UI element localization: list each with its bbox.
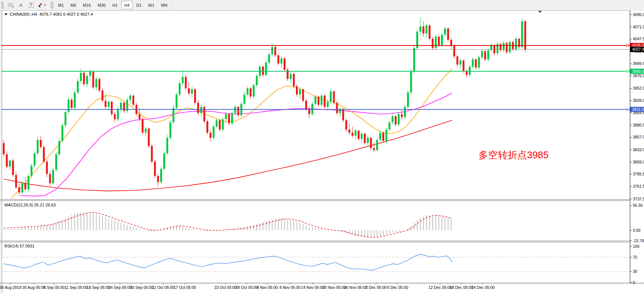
time-axis-label: 29 Oct 05:00	[236, 285, 258, 290]
chart-text-annotation[interactable]: 多空转折点3985	[479, 149, 549, 162]
time-axis-label: 2 Dec 05:00	[366, 285, 387, 290]
time-axis-label: 26 Aug 2019	[0, 285, 22, 290]
time-axis-label: 5 Sep 05:00	[44, 285, 65, 290]
svg-text:3976.0: 3976.0	[633, 74, 644, 78]
svg-text:0.00: 0.00	[633, 228, 641, 233]
time-axis-label: 12 Dec 05:00	[429, 285, 452, 290]
symbol-period-label: CHINA300-,H4	[10, 12, 37, 16]
ohlc-values: 4076.7 4081.6 4027.0 4027.4	[39, 12, 93, 16]
timeframe-button-M1[interactable]: M1	[55, 1, 67, 9]
macd-pane	[4, 212, 452, 238]
svg-text:3737.5: 3737.5	[633, 197, 644, 201]
time-axis-label: 8 Nov 05:00	[280, 285, 301, 290]
toolbar-grip[interactable]	[1, 1, 4, 9]
rsi-indicator-label: RSI(14) 57.0931	[4, 244, 35, 248]
time-axis-label: 24 Dec 05:00	[471, 285, 495, 290]
timeframe-button-MN[interactable]: MN	[158, 1, 170, 9]
level-line-handle	[626, 109, 628, 110]
svg-text:4095.0: 4095.0	[633, 12, 644, 17]
time-axis-label: 30 Aug 05:00	[22, 285, 45, 290]
svg-text:3928.0: 3928.0	[633, 98, 644, 103]
timeframe-button-D1[interactable]: D1	[133, 1, 145, 9]
svg-text:4027.4: 4027.4	[632, 47, 644, 52]
time-axis-label: 20 Nov 05:00	[323, 285, 346, 290]
text-tool-button[interactable]: T	[26, 1, 36, 10]
time-axis-label: 4 Nov 05:00	[257, 285, 278, 290]
time-axis-label: 24 Sep 05:00	[108, 285, 132, 290]
price-badge: 4027.4	[630, 47, 644, 52]
rsi-pane	[3, 254, 630, 272]
svg-text:3833.0: 3833.0	[633, 147, 644, 152]
time-axis-label: 26 Nov 05:00	[344, 285, 367, 290]
timeframe-button-group: M1M5M15M30H1H4D1W1MN	[55, 1, 171, 9]
toolbar-divider	[172, 1, 173, 9]
toolbar-grip-2[interactable]	[51, 1, 54, 9]
chart-toolbar: F A T ▾ M1M5M15M30H1H4D1W1MN	[0, 0, 644, 10]
timeframe-button-H1[interactable]: H1	[109, 1, 120, 9]
price-badge: 3911.0	[630, 107, 644, 112]
svg-text:56.36: 56.36	[633, 203, 643, 208]
text-label-icon: A	[19, 2, 23, 8]
svg-text:3985.0: 3985.0	[632, 69, 644, 74]
svg-text:3857.0: 3857.0	[633, 135, 644, 139]
timeframe-button-H4[interactable]: H4	[121, 1, 132, 9]
time-axis-label: 30 Sep 05:00	[130, 285, 154, 290]
fibonacci-icon: F	[8, 3, 13, 7]
timeframe-button-W1[interactable]: W1	[145, 1, 158, 9]
symbol-dropdown-icon[interactable]	[4, 13, 7, 15]
price-badge: 3985.0	[630, 69, 644, 74]
macd-indicator-label: MACD(12,26,9) 25.21 26.63	[4, 203, 56, 207]
arrow-styles-button[interactable]: ▾	[37, 1, 47, 10]
text-tool-icon: T	[29, 3, 34, 8]
time-axis[interactable]: 26 Aug 201930 Aug 05:005 Sep 05:0011 Sep…	[0, 283, 495, 290]
chevron-down-icon: ▾	[44, 3, 45, 7]
price-axis[interactable]: 4095.04071.04047.54023.53999.53976.03952…	[630, 10, 644, 285]
svg-text:4071.0: 4071.0	[633, 25, 644, 29]
trading-platform-window: F A T ▾ M1M5M15M30H1H4D1W1MN 4095.04071.…	[0, 0, 644, 293]
svg-text:100: 100	[633, 244, 640, 249]
time-axis-label: 14 Nov 05:00	[301, 285, 325, 290]
time-axis-label: 18 Sep 05:00	[87, 285, 110, 290]
svg-text:0: 0	[633, 280, 635, 285]
timeframe-button-M15[interactable]: M15	[80, 1, 94, 9]
fibonacci-tool-button[interactable]: F	[6, 1, 15, 10]
svg-text:70: 70	[633, 255, 637, 259]
time-axis-label: 18 Dec 05:00	[450, 285, 473, 290]
svg-text:-23.78: -23.78	[633, 239, 644, 243]
level-line-handle	[626, 71, 628, 72]
time-axis-label: 11 Sep 05:00	[64, 285, 88, 290]
candlesticks	[3, 17, 526, 196]
timeframe-button-M5[interactable]: M5	[67, 1, 79, 9]
svg-text:3999.5: 3999.5	[633, 61, 644, 66]
chart-shift-marker-icon[interactable]	[538, 11, 542, 13]
text-label-tool-button[interactable]: A	[16, 1, 26, 10]
level-line-handle	[626, 44, 628, 46]
svg-text:3911.0: 3911.0	[632, 107, 644, 112]
ma-lines	[4, 69, 452, 199]
time-axis-label: 11 Oct 05:00	[152, 285, 174, 290]
time-axis-label: 17 Oct 05:00	[174, 285, 196, 290]
time-axis-label: 6 Dec 05:00	[387, 285, 408, 290]
svg-text:3761.5: 3761.5	[633, 184, 644, 188]
svg-text:3809.0: 3809.0	[633, 160, 644, 164]
svg-text:30: 30	[633, 269, 637, 274]
time-axis-label: 23 Oct 05:00	[214, 285, 237, 290]
timeframe-button-M30[interactable]: M30	[95, 1, 108, 9]
chart-canvas[interactable]: 4095.04071.04047.54023.53999.53976.03952…	[0, 0, 644, 293]
svg-text:3880.5: 3880.5	[633, 123, 644, 127]
svg-text:3952.0: 3952.0	[633, 86, 644, 90]
svg-text:4047.5: 4047.5	[633, 37, 644, 41]
chart-title-bar[interactable]: CHINA300-,H4 4076.7 4081.6 4027.0 4027.4	[4, 12, 93, 16]
svg-text:3785.5: 3785.5	[633, 172, 644, 176]
arrows-icon	[38, 3, 43, 8]
